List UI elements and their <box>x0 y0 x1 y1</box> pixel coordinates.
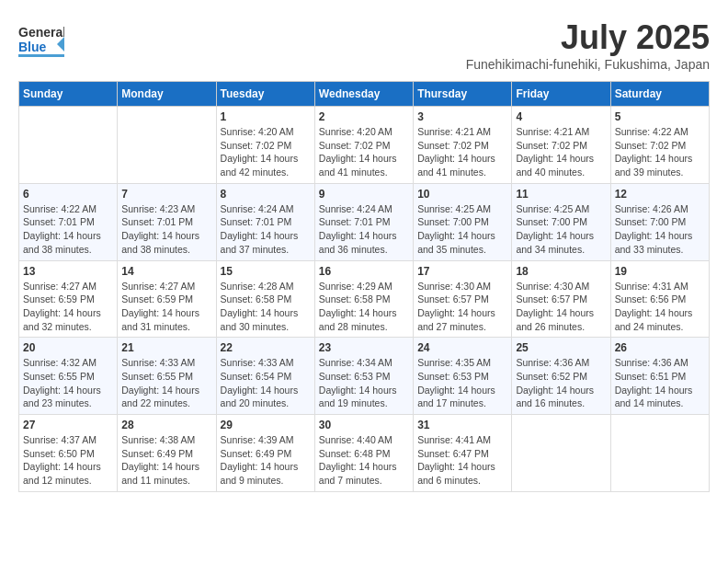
page-header: General Blue July 2025 Funehikimachi-fun… <box>18 18 710 72</box>
day-number: 21 <box>121 341 211 354</box>
weekday-header-cell: Saturday <box>610 82 709 107</box>
cell-content: Sunrise: 4:22 AM Sunset: 7:01 PM Dayligh… <box>23 202 113 257</box>
day-number: 29 <box>221 419 311 431</box>
weekday-header-cell: Wednesday <box>314 82 413 107</box>
cell-content: Sunrise: 4:28 AM Sunset: 6:58 PM Dayligh… <box>221 280 311 334</box>
day-number: 20 <box>23 341 113 354</box>
day-number: 14 <box>121 265 211 278</box>
cell-content: Sunrise: 4:30 AM Sunset: 6:57 PM Dayligh… <box>516 280 606 334</box>
day-number: 8 <box>221 188 311 201</box>
calendar-cell: 5Sunrise: 4:22 AM Sunset: 7:02 PM Daylig… <box>610 107 709 184</box>
calendar-cell: 30Sunrise: 4:40 AM Sunset: 6:48 PM Dayli… <box>314 415 413 492</box>
cell-content: Sunrise: 4:38 AM Sunset: 6:49 PM Dayligh… <box>121 433 211 488</box>
logo: General Blue <box>18 18 64 60</box>
calendar-cell <box>118 107 216 184</box>
calendar-week-row: 27Sunrise: 4:37 AM Sunset: 6:50 PM Dayli… <box>19 415 710 492</box>
calendar-week-row: 1Sunrise: 4:20 AM Sunset: 7:02 PM Daylig… <box>19 107 710 184</box>
calendar-cell: 17Sunrise: 4:30 AM Sunset: 6:57 PM Dayli… <box>414 260 512 338</box>
weekday-header-row: SundayMondayTuesdayWednesdayThursdayFrid… <box>19 82 710 107</box>
day-number: 31 <box>417 419 507 431</box>
calendar-cell: 9Sunrise: 4:24 AM Sunset: 7:01 PM Daylig… <box>314 183 413 260</box>
weekday-header-cell: Monday <box>118 82 216 107</box>
calendar-cell: 31Sunrise: 4:41 AM Sunset: 6:47 PM Dayli… <box>414 415 512 492</box>
calendar-cell: 21Sunrise: 4:33 AM Sunset: 6:55 PM Dayli… <box>118 338 216 415</box>
day-number: 19 <box>615 265 705 278</box>
cell-content: Sunrise: 4:36 AM Sunset: 6:52 PM Dayligh… <box>516 356 606 410</box>
calendar-cell: 3Sunrise: 4:21 AM Sunset: 7:02 PM Daylig… <box>414 107 512 184</box>
calendar-cell: 25Sunrise: 4:36 AM Sunset: 6:52 PM Dayli… <box>512 338 610 415</box>
cell-content: Sunrise: 4:24 AM Sunset: 7:01 PM Dayligh… <box>319 202 409 257</box>
calendar-cell <box>512 415 610 492</box>
calendar-cell: 18Sunrise: 4:30 AM Sunset: 6:57 PM Dayli… <box>512 260 610 338</box>
calendar-cell: 10Sunrise: 4:25 AM Sunset: 7:00 PM Dayli… <box>414 183 512 260</box>
calendar-cell: 12Sunrise: 4:26 AM Sunset: 7:00 PM Dayli… <box>610 183 709 260</box>
cell-content: Sunrise: 4:31 AM Sunset: 6:56 PM Dayligh… <box>615 280 705 334</box>
cell-content: Sunrise: 4:21 AM Sunset: 7:02 PM Dayligh… <box>516 125 606 179</box>
cell-content: Sunrise: 4:36 AM Sunset: 6:51 PM Dayligh… <box>615 356 705 410</box>
cell-content: Sunrise: 4:33 AM Sunset: 6:54 PM Dayligh… <box>221 356 311 410</box>
cell-content: Sunrise: 4:33 AM Sunset: 6:55 PM Dayligh… <box>121 356 211 410</box>
day-number: 3 <box>417 110 507 123</box>
day-number: 27 <box>23 419 113 431</box>
svg-text:Blue: Blue <box>18 40 47 54</box>
weekday-header-cell: Friday <box>512 82 610 107</box>
day-number: 9 <box>319 188 409 201</box>
cell-content: Sunrise: 4:40 AM Sunset: 6:48 PM Dayligh… <box>319 433 409 488</box>
day-number: 18 <box>516 265 606 278</box>
day-number: 13 <box>23 265 113 278</box>
day-number: 11 <box>516 188 606 201</box>
day-number: 15 <box>221 265 311 278</box>
day-number: 23 <box>319 341 409 354</box>
svg-text:General: General <box>18 25 64 40</box>
day-number: 17 <box>417 265 507 278</box>
calendar-cell: 27Sunrise: 4:37 AM Sunset: 6:50 PM Dayli… <box>19 415 118 492</box>
month-title: July 2025 <box>466 18 710 57</box>
cell-content: Sunrise: 4:20 AM Sunset: 7:02 PM Dayligh… <box>319 125 409 179</box>
day-number: 6 <box>23 188 113 201</box>
day-number: 16 <box>319 265 409 278</box>
calendar-cell: 1Sunrise: 4:20 AM Sunset: 7:02 PM Daylig… <box>216 107 314 184</box>
calendar-cell: 13Sunrise: 4:27 AM Sunset: 6:59 PM Dayli… <box>19 260 118 338</box>
cell-content: Sunrise: 4:30 AM Sunset: 6:57 PM Dayligh… <box>417 280 507 334</box>
cell-content: Sunrise: 4:35 AM Sunset: 6:53 PM Dayligh… <box>417 356 507 410</box>
calendar-week-row: 13Sunrise: 4:27 AM Sunset: 6:59 PM Dayli… <box>19 260 710 338</box>
cell-content: Sunrise: 4:27 AM Sunset: 6:59 PM Dayligh… <box>23 280 113 334</box>
day-number: 30 <box>319 419 409 431</box>
day-number: 4 <box>516 110 606 123</box>
day-number: 10 <box>417 188 507 201</box>
cell-content: Sunrise: 4:24 AM Sunset: 7:01 PM Dayligh… <box>221 202 311 257</box>
calendar-cell: 16Sunrise: 4:29 AM Sunset: 6:58 PM Dayli… <box>314 260 413 338</box>
calendar-week-row: 6Sunrise: 4:22 AM Sunset: 7:01 PM Daylig… <box>19 183 710 260</box>
calendar-cell: 28Sunrise: 4:38 AM Sunset: 6:49 PM Dayli… <box>118 415 216 492</box>
calendar-cell: 24Sunrise: 4:35 AM Sunset: 6:53 PM Dayli… <box>414 338 512 415</box>
day-number: 28 <box>121 419 211 431</box>
calendar-cell: 7Sunrise: 4:23 AM Sunset: 7:01 PM Daylig… <box>118 183 216 260</box>
cell-content: Sunrise: 4:25 AM Sunset: 7:00 PM Dayligh… <box>516 202 606 257</box>
day-number: 25 <box>516 341 606 354</box>
calendar-cell: 11Sunrise: 4:25 AM Sunset: 7:00 PM Dayli… <box>512 183 610 260</box>
weekday-header-cell: Thursday <box>414 82 512 107</box>
calendar-cell: 6Sunrise: 4:22 AM Sunset: 7:01 PM Daylig… <box>19 183 118 260</box>
calendar-cell: 8Sunrise: 4:24 AM Sunset: 7:01 PM Daylig… <box>216 183 314 260</box>
calendar-body: 1Sunrise: 4:20 AM Sunset: 7:02 PM Daylig… <box>19 107 710 492</box>
cell-content: Sunrise: 4:34 AM Sunset: 6:53 PM Dayligh… <box>319 356 409 410</box>
cell-content: Sunrise: 4:21 AM Sunset: 7:02 PM Dayligh… <box>417 125 507 179</box>
calendar-cell: 26Sunrise: 4:36 AM Sunset: 6:51 PM Dayli… <box>610 338 709 415</box>
calendar-cell: 15Sunrise: 4:28 AM Sunset: 6:58 PM Dayli… <box>216 260 314 338</box>
weekday-header-cell: Tuesday <box>216 82 314 107</box>
cell-content: Sunrise: 4:27 AM Sunset: 6:59 PM Dayligh… <box>121 280 211 334</box>
day-number: 7 <box>121 188 211 201</box>
calendar-cell: 14Sunrise: 4:27 AM Sunset: 6:59 PM Dayli… <box>118 260 216 338</box>
calendar-cell: 2Sunrise: 4:20 AM Sunset: 7:02 PM Daylig… <box>314 107 413 184</box>
calendar-cell: 29Sunrise: 4:39 AM Sunset: 6:49 PM Dayli… <box>216 415 314 492</box>
cell-content: Sunrise: 4:29 AM Sunset: 6:58 PM Dayligh… <box>319 280 409 334</box>
calendar-cell: 22Sunrise: 4:33 AM Sunset: 6:54 PM Dayli… <box>216 338 314 415</box>
weekday-header-cell: Sunday <box>19 82 118 107</box>
location-title: Funehikimachi-funehiki, Fukushima, Japan <box>466 57 710 72</box>
calendar-cell <box>610 415 709 492</box>
calendar-week-row: 20Sunrise: 4:32 AM Sunset: 6:55 PM Dayli… <box>19 338 710 415</box>
title-area: July 2025 Funehikimachi-funehiki, Fukush… <box>466 18 710 72</box>
cell-content: Sunrise: 4:25 AM Sunset: 7:00 PM Dayligh… <box>417 202 507 257</box>
calendar-table: SundayMondayTuesdayWednesdayThursdayFrid… <box>18 81 710 492</box>
calendar-cell: 19Sunrise: 4:31 AM Sunset: 6:56 PM Dayli… <box>610 260 709 338</box>
